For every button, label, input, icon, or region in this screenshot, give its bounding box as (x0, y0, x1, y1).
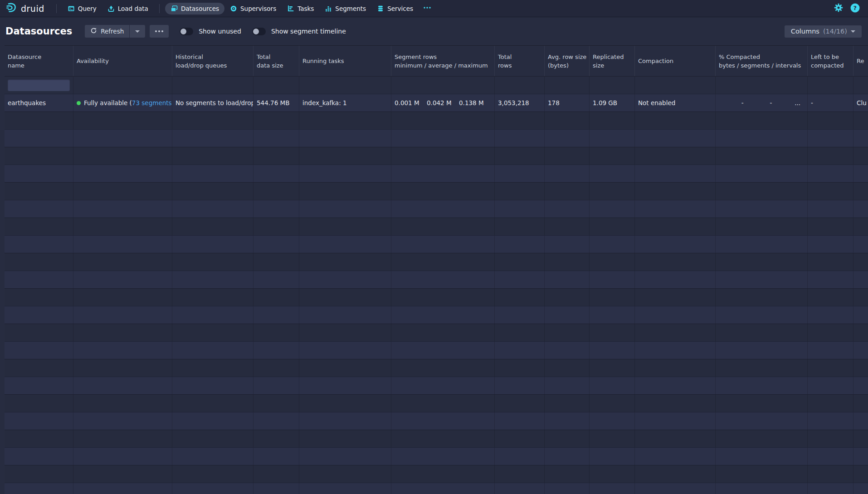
cell-compaction (635, 253, 716, 271)
toggle-track[interactable] (252, 28, 266, 35)
cell-tasks (299, 183, 391, 200)
cell-data_size (254, 359, 299, 377)
cell-pct_compacted (716, 147, 808, 165)
cell-queues (172, 289, 254, 306)
cell-tasks (299, 448, 391, 465)
empty-row (5, 165, 868, 182)
cell-pct_compacted (716, 183, 808, 200)
column-header-left_compacted[interactable]: Left to becompacted (808, 46, 853, 76)
cell-data_size (254, 448, 299, 465)
toggle-track[interactable] (180, 28, 193, 35)
column-header-data_size[interactable]: Totaldata size (254, 46, 299, 76)
cell-avg_row_size (545, 448, 590, 465)
cell-total_rows (495, 147, 545, 165)
column-header-line2: load/drop queues (176, 61, 250, 70)
cell-queues (172, 130, 254, 147)
cell-avg_row_size (545, 147, 590, 165)
nav-item-services[interactable]: Services (371, 3, 419, 15)
nav-item-tasks[interactable]: Tasks (282, 3, 319, 15)
column-header-avg_row_size[interactable]: Avg. row size(bytes) (545, 46, 590, 76)
cell-segment_rows (391, 359, 495, 377)
cell-total_rows: 3,053,218 (495, 94, 545, 111)
help-button[interactable]: ? (850, 3, 860, 14)
cell-queues (172, 377, 254, 394)
druid-logo[interactable]: druid (5, 2, 44, 15)
cell-retention: Clu (853, 94, 868, 111)
cell-avg_row_size (545, 112, 590, 129)
column-header-compaction[interactable]: Compaction (635, 46, 716, 76)
cell-pct_compacted (716, 200, 808, 218)
nav-item-supervisors[interactable]: Supervisors (224, 3, 282, 15)
cell-retention (853, 448, 868, 465)
column-header-tasks[interactable]: Running tasks (299, 46, 391, 76)
cell-name (5, 412, 73, 430)
show-segment-timeline-switch[interactable]: Show segment timeline (252, 28, 346, 35)
cell-pct_compacted (716, 359, 808, 377)
column-header-line1: % Compacted (719, 53, 804, 61)
column-header-total_rows[interactable]: Totalrows (495, 46, 545, 76)
cell-pct_compacted (716, 412, 808, 430)
cell-queues (172, 200, 254, 218)
cell-availability (73, 218, 172, 235)
cell-name (5, 271, 73, 288)
cell-avg_row_size (545, 77, 590, 94)
empty-row (5, 447, 868, 465)
cell-compaction (635, 289, 716, 306)
settings-button[interactable] (834, 3, 843, 14)
chevron-down-icon (851, 30, 855, 33)
refresh-button[interactable]: Refresh (85, 25, 129, 38)
refresh-button-label: Refresh (101, 28, 124, 35)
nav-item-segments[interactable]: Segments (319, 3, 371, 15)
column-header-replicated[interactable]: Replicatedsize (590, 46, 635, 76)
nav-more-button[interactable] (419, 2, 436, 15)
cell-total_rows (495, 112, 545, 129)
column-header-availability[interactable]: Availability (73, 46, 172, 76)
cell-retention (853, 236, 868, 253)
refresh-interval-button[interactable] (130, 25, 145, 38)
cell-left_compacted (808, 112, 853, 129)
datasource-name-filter-input[interactable] (8, 79, 70, 91)
empty-row (5, 147, 868, 165)
cell-tasks (299, 147, 391, 165)
cell-compaction (635, 236, 716, 253)
cell-availability (73, 395, 172, 412)
cell-pct_compacted (716, 465, 808, 483)
cell-compaction (635, 359, 716, 377)
cell-replicated (590, 359, 635, 377)
column-header-queues[interactable]: Historicalload/drop queues (172, 46, 254, 76)
show-unused-switch[interactable]: Show unused (180, 28, 241, 35)
cell-avg_row_size (545, 306, 590, 324)
cell-data_size (254, 200, 299, 218)
nav-item-query[interactable]: Query (62, 3, 102, 15)
cell-segment_rows (391, 77, 495, 94)
cell-segment_rows (391, 112, 495, 129)
cell-tasks (299, 342, 391, 359)
nav-item-load-data[interactable]: Load data (102, 3, 154, 15)
cell-left_compacted (808, 130, 853, 147)
columns-picker-button[interactable]: Columns (14/16) (785, 25, 862, 38)
cell-avg_row_size (545, 412, 590, 430)
cell-tasks (299, 112, 391, 129)
cell-replicated (590, 77, 635, 94)
column-header-retention[interactable]: Re (853, 46, 868, 76)
cell-retention (853, 165, 868, 182)
column-header-segment_rows[interactable]: Segment rowsminimum / average / maximum (391, 46, 495, 76)
cell-queues (172, 165, 254, 182)
more-actions-button[interactable] (150, 25, 169, 38)
empty-row (5, 377, 868, 394)
cell-left_compacted (808, 465, 853, 483)
nav-item-datasources[interactable]: Datasources (165, 3, 224, 15)
cell-retention (853, 412, 868, 430)
column-header-pct_compacted[interactable]: % Compactedbytes / segments / intervals (716, 46, 808, 76)
cell-segment_rows: 0.001 M0.042 M0.138 M (391, 94, 495, 111)
cell-replicated (590, 218, 635, 235)
columns-count: (14/16) (823, 28, 847, 35)
more-icon (423, 4, 431, 13)
cell-tasks (299, 130, 391, 147)
column-header-name[interactable]: Datasourcename (5, 46, 73, 76)
segments-count-link[interactable]: 73 segments (132, 99, 172, 107)
cell-replicated (590, 342, 635, 359)
cell-compaction (635, 342, 716, 359)
cell-replicated (590, 112, 635, 129)
cell-tasks (299, 289, 391, 306)
